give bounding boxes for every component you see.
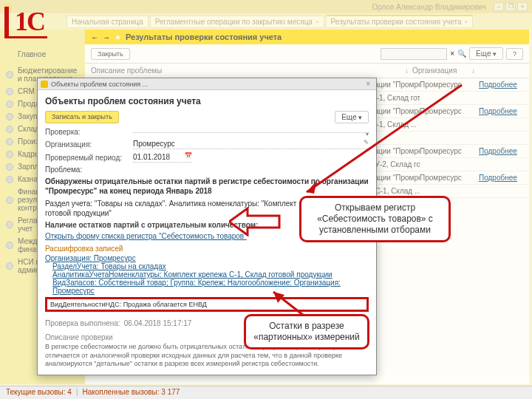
svg-marker-1 <box>307 180 317 194</box>
save-close-button[interactable]: Записать и закрыть <box>45 111 119 123</box>
col-org[interactable]: Организация <box>412 66 471 75</box>
tab-home[interactable]: Начальная страница <box>66 16 149 28</box>
search-icon[interactable]: × <box>450 50 454 58</box>
svg-marker-2 <box>229 208 279 235</box>
close-icon[interactable]: × <box>316 18 319 25</box>
forward-icon[interactable]: → <box>103 33 110 41</box>
page-header: ← → ★ Результаты проверки состояния учет… <box>85 30 529 44</box>
search-input[interactable] <box>381 48 447 60</box>
status-current: Текущие вызовы: 4 <box>6 388 72 398</box>
page-title: Результаты проверки состояния учета <box>126 33 282 41</box>
details-header: Расшифровка записей <box>45 245 369 253</box>
col-problem[interactable]: Описание проблемы <box>91 66 405 75</box>
svg-marker-4 <box>273 292 284 303</box>
more-button[interactable]: Еще ▾ <box>469 47 503 60</box>
tab-operations[interactable]: Регламентные операции по закрытию месяца… <box>150 16 324 28</box>
user-name: Орлов Александр Владимирович <box>372 3 486 11</box>
detail-line[interactable]: АналитикаУчетаНоменклатуры: Комплект кре… <box>52 270 369 279</box>
arrow-to-link <box>292 81 469 200</box>
callout-open-register: Открываем регистр «Себестоимость товаров… <box>299 196 451 242</box>
callout-balances: Остатки в разрезе «партионных» измерений <box>244 314 369 349</box>
close-btn[interactable]: Закрыть <box>91 48 130 60</box>
close-button[interactable]: × <box>517 2 528 11</box>
maximize-button[interactable]: ❐ <box>505 2 516 11</box>
dialog-icon <box>41 81 48 88</box>
search-go-icon[interactable]: 🔍 <box>457 50 466 58</box>
detail-org[interactable]: Организация: Промресурс <box>45 254 369 262</box>
close-icon[interactable]: × <box>465 18 468 25</box>
svg-line-0 <box>307 85 462 192</box>
toolbar: Закрыть × 🔍 Еще ▾ ? <box>85 44 529 64</box>
block-arrow-left <box>229 207 281 236</box>
checked-date: 06.04.2018 15:17:17 <box>124 319 192 327</box>
tab-results[interactable]: Результаты проверки состояния учета× <box>326 15 474 28</box>
help-button[interactable]: ? <box>506 48 523 60</box>
status-bar: Текущие вызовы: 4 | Накопленные вызовы: … <box>0 386 532 399</box>
dialog-title: Объекты проблем состояния ... <box>51 81 148 88</box>
star-icon[interactable]: ★ <box>115 33 121 41</box>
status-total: Накопленные вызовы: 3 177 <box>83 388 180 398</box>
sidebar-header: Главное <box>4 50 81 58</box>
window-titlebar: Орлов Александр Владимирович – ❐ × <box>0 0 532 13</box>
period-field[interactable]: 01.01.2018📅 <box>133 152 192 163</box>
tab-bar: Начальная страница Регламентные операции… <box>0 13 532 30</box>
detail-line[interactable]: РазделУчета: Товары на складах <box>52 262 369 270</box>
back-icon[interactable]: ← <box>91 33 98 41</box>
minimize-button[interactable]: – <box>494 2 504 11</box>
table-header: Описание проблемы ↓ Организация ↓ <box>85 64 529 78</box>
logo-1c <box>4 6 47 37</box>
